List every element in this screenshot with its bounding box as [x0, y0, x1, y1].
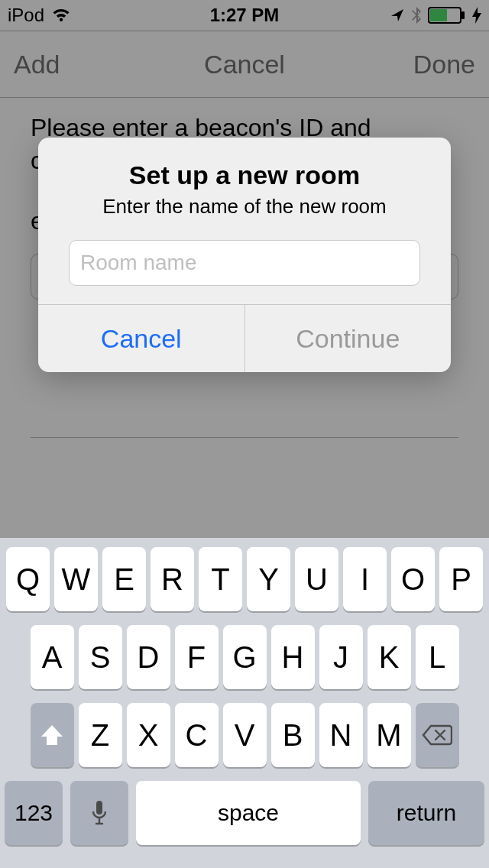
- key-w[interactable]: W: [54, 547, 98, 611]
- shift-key[interactable]: [31, 703, 74, 767]
- key-i[interactable]: I: [343, 547, 387, 611]
- key-o[interactable]: O: [391, 547, 435, 611]
- alert-continue-button[interactable]: Continue: [244, 305, 452, 372]
- key-g[interactable]: G: [223, 625, 267, 689]
- alert-title: Set up a new room: [53, 160, 436, 190]
- key-j[interactable]: J: [319, 625, 363, 689]
- svg-rect-3: [96, 801, 102, 815]
- alert-buttons: Cancel Continue: [38, 304, 451, 372]
- keyboard-row-1: QWERTYUIOP: [5, 547, 484, 611]
- key-v[interactable]: V: [223, 703, 267, 767]
- keyboard-row-4: 123 space return: [5, 781, 484, 845]
- key-l[interactable]: L: [416, 625, 459, 689]
- keyboard-row-3: ZXCVBNM: [5, 703, 484, 767]
- key-y[interactable]: Y: [247, 547, 290, 611]
- space-key[interactable]: space: [136, 781, 361, 845]
- key-m[interactable]: M: [368, 703, 411, 767]
- key-n[interactable]: N: [319, 703, 363, 767]
- key-a[interactable]: A: [31, 625, 74, 689]
- room-name-input[interactable]: [69, 240, 420, 286]
- key-h[interactable]: H: [271, 625, 315, 689]
- key-c[interactable]: C: [175, 703, 219, 767]
- key-b[interactable]: B: [271, 703, 315, 767]
- return-key[interactable]: return: [368, 781, 484, 845]
- keyboard: QWERTYUIOP ASDFGHJKL ZXCVBNM 123 space r…: [0, 538, 489, 868]
- key-f[interactable]: F: [175, 625, 219, 689]
- key-d[interactable]: D: [127, 625, 170, 689]
- key-s[interactable]: S: [79, 625, 122, 689]
- mic-key[interactable]: [70, 781, 128, 845]
- alert-cancel-button[interactable]: Cancel: [38, 305, 244, 372]
- key-z[interactable]: Z: [79, 703, 122, 767]
- key-x[interactable]: X: [127, 703, 170, 767]
- key-e[interactable]: E: [102, 547, 146, 611]
- key-r[interactable]: R: [151, 547, 194, 611]
- key-k[interactable]: K: [368, 625, 411, 689]
- backspace-key[interactable]: [416, 703, 459, 767]
- key-t[interactable]: T: [199, 547, 242, 611]
- key-q[interactable]: Q: [6, 547, 50, 611]
- key-u[interactable]: U: [295, 547, 338, 611]
- alert-dialog: Set up a new room Enter the name of the …: [38, 138, 451, 372]
- alert-message: Enter the name of the new room: [53, 195, 436, 219]
- key-p[interactable]: P: [439, 547, 483, 611]
- keyboard-row-2: ASDFGHJKL: [5, 625, 484, 689]
- numbers-key[interactable]: 123: [5, 781, 63, 845]
